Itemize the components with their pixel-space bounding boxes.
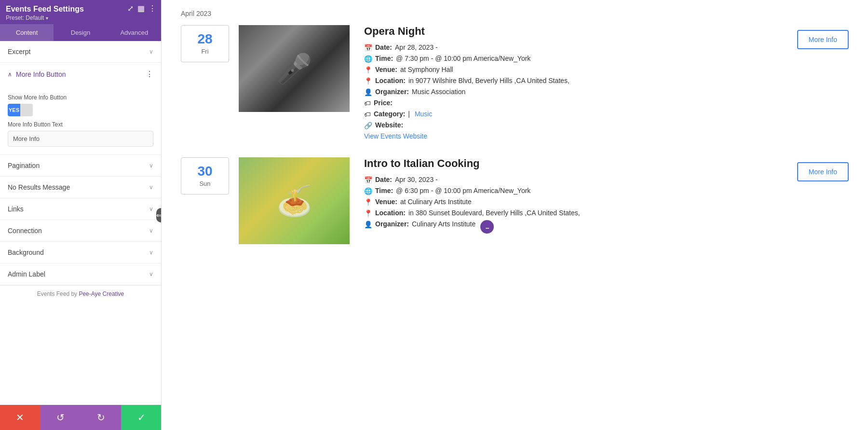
cancel-button[interactable]: ✕ [0,405,41,430]
background-chevron-icon: ∨ [149,249,153,256]
bottom-bar: ✕ ↺ ↻ ✓ [0,405,162,430]
pin-icon-opera: 📍 [364,66,372,74]
section-admin-label[interactable]: Admin Label ∨ [0,264,161,285]
reset-button[interactable]: ↺ [41,405,81,430]
calendar-icon-italian: 📅 [364,176,372,184]
category-value-prefix-opera: | [408,110,412,118]
venue-value-opera: at Symphony Hall [400,66,453,73]
organizer-label-italian: Organizer: [375,220,409,228]
category-icon-opera: 🏷 [364,111,371,118]
clock-icon-italian: 🌐 [364,187,372,195]
venue-value-italian: at Culinary Arts Institute [400,198,472,206]
admin-label-chevron-icon: ∨ [149,271,153,277]
event-meta-website-opera: 🔗 Website: [364,121,783,129]
section-no-results[interactable]: No Results Message ∨ [0,177,161,198]
location-value-italian: in 380 Sunset Boulevard, Beverly Hills ,… [408,209,580,217]
time-label-italian: Time: [375,187,393,194]
more-info-body: Show More Info Button YES More Info Butt… [0,85,161,154]
event-date-number-opera: 28 [186,32,224,46]
person-icon-opera: 👤 [364,88,372,96]
save-button[interactable]: ✓ [121,405,162,430]
toggle-yes: YES [8,104,20,116]
event-title-italian: Intro to Italian Cooking [364,157,783,170]
show-more-info-label: Show More Info Button [8,94,153,101]
more-info-text-input[interactable] [8,131,153,147]
more-info-chevron-up-icon: ∧ [8,71,12,78]
more-info-section-label: More Info Button [16,70,66,78]
panel-header: Events Feed Settings Preset: Default ▾ ⤢… [0,0,161,24]
left-panel: Events Feed Settings Preset: Default ▾ ⤢… [0,0,162,430]
event-date-number-italian: 30 [186,165,224,178]
notification-bubble-italian [480,220,494,234]
calendar-icon-opera: 📅 [364,44,372,52]
event-date-day-italian: Sun [186,180,224,187]
organizer-label-opera: Organizer: [375,88,409,96]
date-value-italian: Apr 30, 2023 - [395,176,438,183]
footer-link[interactable]: Pee-Aye Creative [79,291,124,297]
event-meta-category-opera: 🏷 Category: | Music [364,110,783,118]
section-admin-label-label: Admin Label [8,270,45,278]
tab-advanced[interactable]: Advanced [108,24,161,41]
event-card-italian-cooking: 30 Sun Intro to Italian Cooking 📅 Date: … [181,157,849,244]
redo-button[interactable]: ↻ [81,405,122,430]
tab-content[interactable]: Content [0,24,54,41]
category-link-opera[interactable]: Music [415,110,433,118]
more-info-button-header[interactable]: ∧ More Info Button ⋮ [0,63,161,85]
event-title-opera: Opera Night [364,25,783,38]
more-info-text-label: More Info Button Text [8,121,153,128]
show-more-info-toggle-row: YES [8,104,153,116]
event-meta-date-opera: 📅 Date: Apr 28, 2023 - [364,43,783,52]
section-pagination-label: Pagination [8,162,40,169]
connection-chevron-icon: ∨ [149,227,153,234]
location-label-opera: Location: [375,77,406,84]
event-date-box-italian: 30 Sun [181,157,229,194]
section-connection[interactable]: Connection ∨ [0,220,161,242]
section-links[interactable]: Links ∨ [0,198,161,220]
pin-icon-italian: 📍 [364,198,372,206]
show-more-info-toggle[interactable]: YES [8,104,33,116]
section-background[interactable]: Background ∨ [0,242,161,264]
location-label-italian: Location: [375,209,406,217]
location-icon-italian: 📍 [364,209,372,217]
more-info-button-opera[interactable]: More Info [797,30,849,49]
website-icon-opera: 🔗 [364,122,372,129]
section-pagination[interactable]: Pagination ∨ [0,155,161,177]
no-results-chevron-icon: ∨ [149,184,153,191]
event-date-box-opera: 28 Fri [181,25,229,62]
time-value-opera: @ 7:30 pm - @ 10:00 pm America/New_York [396,55,530,62]
resize-handle[interactable]: ⟺ [156,208,162,222]
section-no-results-label: No Results Message [8,183,70,191]
price-icon-opera: 🏷 [364,99,371,107]
section-background-label: Background [8,249,44,256]
event-meta-venue-opera: 📍 Venue: at Symphony Hall [364,66,783,74]
more-info-dots-icon[interactable]: ⋮ [146,69,153,79]
date-label-opera: Date: [375,43,392,51]
preset-arrow-icon: ▾ [46,15,48,21]
more-options-icon[interactable]: ⋮ [149,4,156,13]
expand-icon[interactable]: ⤢ [127,4,134,13]
event-meta-venue-italian: 📍 Venue: at Culinary Arts Institute [364,198,783,206]
more-info-button-italian[interactable]: More Info [797,162,849,181]
event-meta-date-italian: 📅 Date: Apr 30, 2023 - [364,176,783,184]
section-connection-label: Connection [8,227,42,235]
panel-preset[interactable]: Preset: Default ▾ [6,14,155,21]
excerpt-chevron-icon: ∨ [149,48,153,55]
month-label: April 2023 [181,10,849,17]
event-meta-organizer-opera: 👤 Organizer: Music Association [364,88,783,96]
venue-label-opera: Venue: [375,66,397,73]
event-info-italian: Intro to Italian Cooking 📅 Date: Apr 30,… [359,157,787,236]
clock-icon-opera: 🌐 [364,55,372,63]
website-link-opera[interactable]: View Events Website [364,132,427,140]
tab-design[interactable]: Design [54,24,107,41]
event-meta-time-opera: 🌐 Time: @ 7:30 pm - @ 10:00 pm America/N… [364,55,783,63]
footer-prefix: Events Feed by [37,291,79,297]
time-label-opera: Time: [375,55,393,62]
organizer-value-opera: Music Association [412,88,465,96]
person-icon-italian: 👤 [364,221,372,228]
links-chevron-icon: ∨ [149,206,153,212]
event-info-opera: Opera Night 📅 Date: Apr 28, 2023 - 🌐 Tim… [359,25,787,143]
layout-icon[interactable]: ▦ [137,4,145,13]
section-excerpt[interactable]: Excerpt ∨ [0,41,161,63]
price-label-opera: Price: [374,99,393,107]
preset-label: Preset: Default [6,14,44,21]
